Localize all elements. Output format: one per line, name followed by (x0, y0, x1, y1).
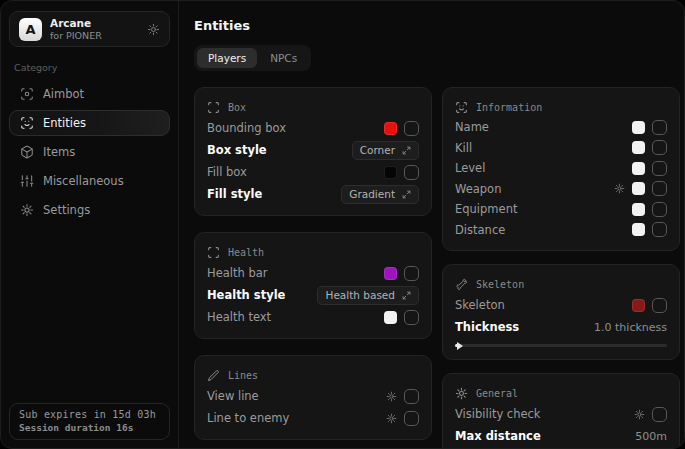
tab-npcs[interactable]: NPCs (259, 48, 308, 68)
visibility-check-checkbox[interactable] (652, 407, 667, 422)
slider-handle[interactable] (457, 342, 463, 350)
skeleton-card-header: Skeleton (455, 274, 667, 294)
scan-brackets-icon (207, 246, 220, 259)
kill-checkbox[interactable] (652, 140, 667, 155)
row-thickness: Thickness 1.0 thickness (455, 316, 667, 338)
scan-brackets-icon (207, 101, 220, 114)
row-fill-style: Fill style Gradient (207, 183, 419, 205)
sliders-icon (20, 174, 34, 188)
equipment-checkbox[interactable] (652, 202, 667, 217)
color-swatch[interactable] (632, 141, 645, 154)
level-checkbox[interactable] (652, 161, 667, 176)
row-label: Fill box (207, 165, 247, 179)
thickness-slider[interactable] (455, 341, 667, 349)
row-level: Level (455, 158, 667, 179)
color-swatch[interactable] (632, 121, 645, 134)
dropdown-value: Corner (360, 144, 395, 156)
box-card: Box Bounding box Box style Corner (194, 87, 432, 216)
color-swatch[interactable] (632, 299, 645, 312)
scan-face-icon (455, 101, 468, 114)
sub-expires-text: Sub expires in 15d 03h (19, 409, 160, 420)
slider-track[interactable] (455, 344, 667, 347)
tab-players[interactable]: Players (197, 48, 257, 68)
gear-icon[interactable] (386, 391, 397, 402)
gear-icon (455, 387, 468, 400)
card-columns: Box Bounding box Box style Corner (194, 87, 680, 449)
row-bounding-box: Bounding box (207, 117, 419, 139)
sidebar-item-items[interactable]: Items (9, 139, 170, 165)
general-card-header: General (455, 383, 667, 403)
gear-icon[interactable] (147, 23, 160, 36)
row-distance: Distance (455, 220, 667, 241)
dropdown-value: Health based (325, 289, 395, 301)
card-title: Box (228, 102, 246, 113)
row-label: Name (455, 120, 489, 134)
logo-badge: A (19, 18, 42, 41)
distance-checkbox[interactable] (652, 222, 667, 237)
gear-icon[interactable] (634, 409, 645, 420)
skeleton-card: Skeleton Skeleton Thickness 1.0 thicknes… (442, 264, 680, 360)
sidebar-item-label: Aimbot (43, 87, 84, 101)
session-duration-text: Session duration 16s (19, 422, 160, 433)
color-swatch[interactable] (384, 267, 397, 280)
left-column: Box Bounding box Box style Corner (194, 87, 432, 449)
sidebar-item-aimbot[interactable]: Aimbot (9, 81, 170, 107)
app-subtitle: for PIONER (50, 30, 139, 42)
row-label: Health bar (207, 266, 268, 280)
health-bar-checkbox[interactable] (404, 266, 419, 281)
row-label: Health text (207, 310, 271, 324)
gear-icon[interactable] (614, 183, 625, 194)
row-label: Weapon (455, 182, 501, 196)
crosshair-scan-icon (20, 87, 34, 101)
expand-diagonal-icon (402, 291, 411, 300)
color-swatch[interactable] (632, 223, 645, 236)
card-title: Health (228, 247, 264, 258)
row-label: Distance (455, 223, 505, 237)
color-swatch[interactable] (384, 122, 397, 135)
color-swatch[interactable] (632, 162, 645, 175)
color-swatch[interactable] (384, 166, 397, 179)
color-swatch[interactable] (632, 182, 645, 195)
card-title: General (476, 388, 518, 399)
row-name: Name (455, 117, 667, 138)
bounding-box-checkbox[interactable] (404, 121, 419, 136)
gear-icon (20, 203, 34, 217)
sidebar-item-label: Settings (43, 203, 90, 217)
sidebar-item-label: Items (43, 145, 75, 159)
card-title: Skeleton (476, 279, 524, 290)
information-card-header: Information (455, 97, 667, 117)
box-style-dropdown[interactable]: Corner (352, 141, 419, 160)
row-label: Equipment (455, 202, 517, 216)
row-label: Max distance (455, 429, 541, 443)
gear-icon[interactable] (386, 413, 397, 424)
box-card-header: Box (207, 97, 419, 117)
expand-diagonal-icon (402, 146, 411, 155)
tab-bar: Players NPCs (194, 45, 311, 71)
right-column: Information Name Kill (442, 87, 680, 449)
health-text-checkbox[interactable] (404, 310, 419, 325)
row-label: Skeleton (455, 298, 505, 312)
general-card: General Visibility check Max distance (442, 373, 680, 449)
page-title: Entities (194, 18, 680, 33)
skeleton-checkbox[interactable] (652, 298, 667, 313)
fill-box-checkbox[interactable] (404, 165, 419, 180)
category-label: Category (14, 62, 165, 73)
color-swatch[interactable] (632, 203, 645, 216)
row-view-line: View line (207, 385, 419, 407)
sidebar-item-miscellaneous[interactable]: Miscellaneous (9, 168, 170, 194)
row-label: Box style (207, 143, 267, 157)
line-to-enemy-checkbox[interactable] (404, 411, 419, 426)
bone-icon (455, 278, 468, 291)
color-swatch[interactable] (384, 311, 397, 324)
sidebar-item-entities[interactable]: Entities (9, 110, 170, 136)
row-fill-box: Fill box (207, 161, 419, 183)
fill-style-dropdown[interactable]: Gradient (341, 185, 419, 204)
row-equipment: Equipment (455, 199, 667, 220)
weapon-checkbox[interactable] (652, 181, 667, 196)
view-line-checkbox[interactable] (404, 389, 419, 404)
row-label: Fill style (207, 187, 262, 201)
sidebar-item-settings[interactable]: Settings (9, 197, 170, 223)
name-checkbox[interactable] (652, 120, 667, 135)
main-content: Entities Players NPCs Box Bounding box (179, 1, 685, 448)
health-style-dropdown[interactable]: Health based (317, 286, 419, 305)
